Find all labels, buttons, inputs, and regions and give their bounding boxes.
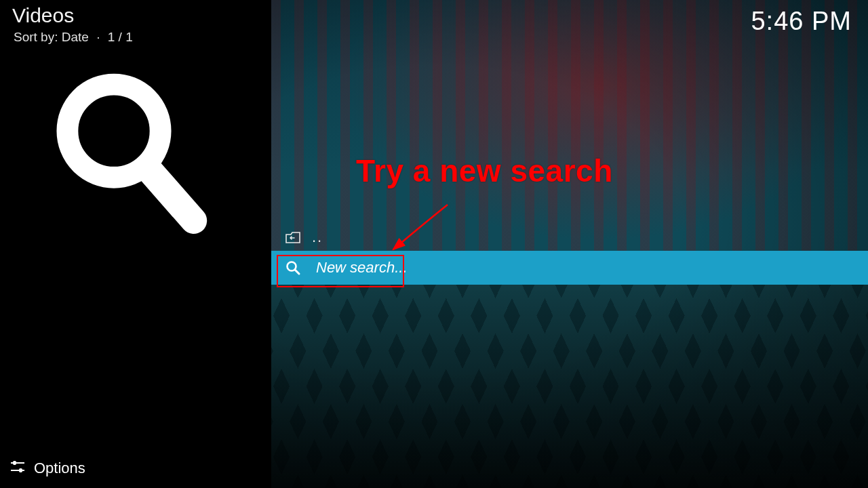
annotation-text: Try a new search [356,152,613,189]
search-icon [47,61,214,247]
parent-directory-row[interactable]: .. [271,224,868,251]
separator-dot: · [92,30,104,44]
background-floor [271,285,868,488]
options-slider-icon [9,460,26,477]
section-title: Videos [0,0,271,27]
page-indicator: 1 / 1 [108,30,133,44]
options-button[interactable]: Options [9,460,85,477]
svg-rect-3 [13,461,16,465]
sort-and-page[interactable]: Sort by: Date · 1 / 1 [0,27,271,45]
svg-line-7 [295,270,299,274]
content-list: .. New search... [271,224,868,285]
sort-by-label: Sort by: Date [14,30,89,44]
svg-rect-5 [19,468,22,472]
clock: 5:46 PM [751,7,852,36]
options-label: Options [34,460,85,477]
new-search-row[interactable]: New search... [271,251,868,285]
svg-line-1 [147,167,194,220]
new-search-label: New search... [312,259,408,277]
folder-back-icon [285,230,301,244]
sidebar: Videos Sort by: Date · 1 / 1 Options [0,0,271,488]
search-icon [285,260,301,276]
parent-directory-label: .. [312,228,323,246]
